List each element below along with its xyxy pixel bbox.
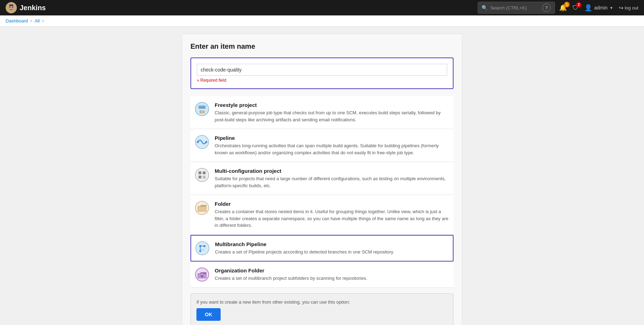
multiconfig-text: Multi-configuration project Suitable for… xyxy=(215,168,449,189)
breadcrumb-sep-1: > xyxy=(30,19,33,23)
svg-rect-16 xyxy=(199,171,201,174)
logout-icon: ↪ xyxy=(619,5,623,11)
main-content: Enter an item name » Required field xyxy=(0,27,644,325)
item-name-input[interactable] xyxy=(197,64,447,76)
logout-button[interactable]: ↪ log out xyxy=(619,5,638,11)
search-icon: 🔍 xyxy=(482,5,488,11)
header-icons: 🔔 1 🛡 2 👤 admin ▼ ↪ log out xyxy=(559,4,638,12)
logout-label: log out xyxy=(625,5,638,11)
security-badge: 2 xyxy=(576,2,582,8)
user-menu[interactable]: 👤 admin ▼ xyxy=(584,4,613,12)
multiconfig-name: Multi-configuration project xyxy=(215,168,449,174)
svg-rect-7 xyxy=(199,106,206,108)
svg-point-12 xyxy=(197,141,199,143)
job-type-multiconfig[interactable]: Multi-configuration project Suitable for… xyxy=(190,162,454,195)
ok-button[interactable]: OK xyxy=(196,308,221,321)
notifications-button[interactable]: 🔔 1 xyxy=(559,4,567,12)
multiconfig-icon xyxy=(195,168,209,182)
chevron-down-icon: ▼ xyxy=(610,6,613,10)
jenkins-title: Jenkins xyxy=(20,4,46,12)
breadcrumb-sep-2: > xyxy=(42,19,44,23)
job-type-orgfolder[interactable]: Organization Folder Creates a set of mul… xyxy=(190,262,454,288)
breadcrumb: Dashboard > All > xyxy=(0,15,644,27)
svg-point-0 xyxy=(7,3,16,12)
svg-rect-3 xyxy=(9,5,13,6)
pipeline-icon xyxy=(195,135,209,149)
job-types-list: Freestyle project Classic, general-purpo… xyxy=(190,96,454,288)
user-label: admin xyxy=(594,5,608,11)
folder-text: Folder Creates a container that stores n… xyxy=(215,201,449,229)
item-name-section: » Required field xyxy=(190,57,454,89)
freestyle-desc: Classic, general-purpose job type that c… xyxy=(215,109,449,123)
jenkins-logo[interactable]: Jenkins xyxy=(6,2,46,13)
svg-point-2 xyxy=(12,6,13,8)
folder-icon xyxy=(195,201,209,215)
orgfolder-icon xyxy=(195,268,209,282)
job-type-folder[interactable]: Folder Creates a container that stores n… xyxy=(190,195,454,235)
svg-rect-19 xyxy=(203,176,206,178)
multibranch-text: Multibranch Pipeline Creates a set of Pi… xyxy=(215,241,394,256)
orgfolder-text: Organization Folder Creates a set of mul… xyxy=(215,268,367,282)
copy-from-text: If you want to create a new item from ot… xyxy=(196,299,448,305)
pipeline-name: Pipeline xyxy=(215,135,449,141)
jenkins-logo-icon xyxy=(6,2,17,13)
svg-point-9 xyxy=(201,111,203,113)
freestyle-name: Freestyle project xyxy=(215,102,449,108)
multibranch-desc: Creates a set of Pipeline projects accor… xyxy=(215,249,394,256)
freestyle-text: Freestyle project Classic, general-purpo… xyxy=(215,102,449,123)
svg-point-24 xyxy=(199,250,201,252)
jenkins-icon xyxy=(6,3,16,13)
svg-rect-17 xyxy=(203,171,206,174)
multibranch-icon xyxy=(195,241,209,255)
required-field-label: » Required field xyxy=(197,78,447,83)
job-type-pipeline[interactable]: Pipeline Orchestrates long-running activ… xyxy=(190,129,454,162)
header: Jenkins 🔍 ? 🔔 1 🛡 2 👤 admin ▼ ↪ log out xyxy=(0,0,644,15)
pipeline-text: Pipeline Orchestrates long-running activ… xyxy=(215,135,449,156)
notification-badge: 1 xyxy=(564,2,570,7)
breadcrumb-all[interactable]: All xyxy=(35,18,40,23)
svg-rect-18 xyxy=(199,176,201,178)
job-type-freestyle[interactable]: Freestyle project Classic, general-purpo… xyxy=(190,96,454,129)
folder-desc: Creates a container that stores nested i… xyxy=(215,208,449,229)
job-type-multibranch[interactable]: Multibranch Pipeline Creates a set of Pi… xyxy=(190,235,454,262)
multibranch-name: Multibranch Pipeline xyxy=(215,241,394,247)
search-box[interactable]: 🔍 ? xyxy=(478,2,555,14)
freestyle-icon xyxy=(195,102,209,116)
user-icon: 👤 xyxy=(584,4,592,12)
svg-point-31 xyxy=(201,273,203,276)
pipeline-desc: Orchestrates long-running activities tha… xyxy=(215,142,449,156)
new-item-card: Enter an item name » Required field xyxy=(182,34,462,325)
multiconfig-desc: Suitable for projects that need a large … xyxy=(215,175,449,189)
folder-name: Folder xyxy=(215,201,449,207)
security-button[interactable]: 🛡 2 xyxy=(572,4,579,12)
copy-from-section: If you want to create a new item from ot… xyxy=(190,293,454,325)
page-title: Enter an item name xyxy=(190,42,454,50)
orgfolder-desc: Creates a set of multibranch project sub… xyxy=(215,275,367,282)
search-input[interactable] xyxy=(490,5,539,11)
svg-point-1 xyxy=(9,6,11,8)
breadcrumb-dashboard[interactable]: Dashboard xyxy=(6,18,28,23)
orgfolder-name: Organization Folder xyxy=(215,268,367,273)
help-icon[interactable]: ? xyxy=(542,4,551,12)
svg-point-13 xyxy=(205,141,207,143)
